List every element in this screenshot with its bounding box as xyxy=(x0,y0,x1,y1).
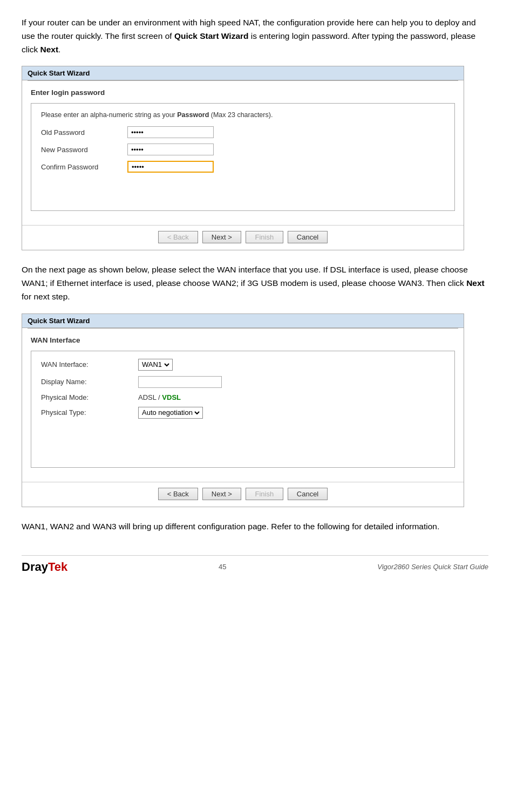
wan-interface-label: WAN Interface: xyxy=(41,360,138,369)
wizard-1-title-bar: Quick Start Wizard xyxy=(22,66,464,80)
wizard-1-section-title: Enter login password xyxy=(31,88,455,97)
physical-type-select[interactable]: Auto negotiation 10M Half 10M Full 100M … xyxy=(140,407,201,418)
wan-interface-select-wrapper[interactable]: WAN1 WAN2 WAN3 xyxy=(138,359,173,371)
wizard-panel-2: Quick Start Wizard WAN Interface WAN Int… xyxy=(22,313,464,507)
wan-interface-select[interactable]: WAN1 WAN2 WAN3 xyxy=(140,359,171,370)
physical-mode-value: ADSL / VDSL xyxy=(138,393,181,401)
wizard-2-footer: < Back Next > Finish Cancel xyxy=(22,482,464,507)
footer-product: Vigor2860 Series Quick Start Guide xyxy=(377,563,488,571)
wizard-1-finish-button[interactable]: Finish xyxy=(246,231,283,243)
new-password-row: New Password xyxy=(41,144,445,155)
wizard-1-next-button[interactable]: Next > xyxy=(202,231,241,243)
old-password-input[interactable] xyxy=(127,126,214,138)
confirm-password-input[interactable] xyxy=(127,161,214,173)
wizard-1-title: Quick Start Wizard xyxy=(28,69,90,77)
physical-mode-label: Physical Mode: xyxy=(41,393,138,401)
intro-paragraph: If your router can be under an environme… xyxy=(22,16,488,56)
wizard-1-hint: Please enter an alpha-numeric string as … xyxy=(41,111,445,119)
wizard-1-body: Enter login password Please enter an alp… xyxy=(22,81,464,225)
physical-mode-row: Physical Mode: ADSL / VDSL xyxy=(41,393,445,401)
wizard-2-next-button[interactable]: Next > xyxy=(202,488,241,500)
wizard-2-cancel-button[interactable]: Cancel xyxy=(288,488,328,500)
wizard-2-section-title: WAN Interface xyxy=(31,336,455,344)
display-name-label: Display Name: xyxy=(41,378,138,386)
wizard-2-title: Quick Start Wizard xyxy=(28,317,90,325)
wizard-2-finish-button[interactable]: Finish xyxy=(246,488,283,500)
new-password-input[interactable] xyxy=(127,144,214,155)
wizard-1-back-button[interactable]: < Back xyxy=(158,231,198,243)
confirm-password-row: Confirm Password xyxy=(41,161,445,173)
brand-logo: DrayTek xyxy=(22,560,67,574)
display-name-input[interactable] xyxy=(138,376,222,388)
old-password-row: Old Password xyxy=(41,126,445,138)
wizard-1-cancel-button[interactable]: Cancel xyxy=(288,231,328,243)
physical-type-row: Physical Type: Auto negotiation 10M Half… xyxy=(41,407,445,419)
wizard-1-form-box: Please enter an alpha-numeric string as … xyxy=(31,103,455,211)
bottom-paragraph: WAN1, WAN2 and WAN3 will bring up differ… xyxy=(22,520,488,534)
physical-type-select-wrapper[interactable]: Auto negotiation 10M Half 10M Full 100M … xyxy=(138,407,203,419)
wizard-2-title-bar: Quick Start Wizard xyxy=(22,314,464,328)
vdsl-link: VDSL xyxy=(162,393,181,401)
wizard-1-footer: < Back Next > Finish Cancel xyxy=(22,225,464,250)
wan-interface-row: WAN Interface: WAN1 WAN2 WAN3 xyxy=(41,359,445,371)
brand-tek: Tek xyxy=(48,560,67,574)
wizard-2-body: WAN Interface WAN Interface: WAN1 WAN2 W… xyxy=(22,329,464,482)
between-paragraph: On the next page as shown below, please … xyxy=(22,263,488,303)
new-password-label: New Password xyxy=(41,146,127,154)
wizard-2-form-box: WAN Interface: WAN1 WAN2 WAN3 Display Na… xyxy=(31,351,455,468)
brand-dray: Dray xyxy=(22,560,48,574)
wizard-2-back-button[interactable]: < Back xyxy=(158,488,198,500)
physical-type-label: Physical Type: xyxy=(41,408,138,417)
confirm-password-label: Confirm Password xyxy=(41,163,127,171)
footer-page-number: 45 xyxy=(219,563,226,571)
wizard-panel-1: Quick Start Wizard Enter login password … xyxy=(22,66,464,250)
old-password-label: Old Password xyxy=(41,128,127,137)
display-name-row: Display Name: xyxy=(41,376,445,388)
page-footer: DrayTek 45 Vigor2860 Series Quick Start … xyxy=(22,555,488,574)
